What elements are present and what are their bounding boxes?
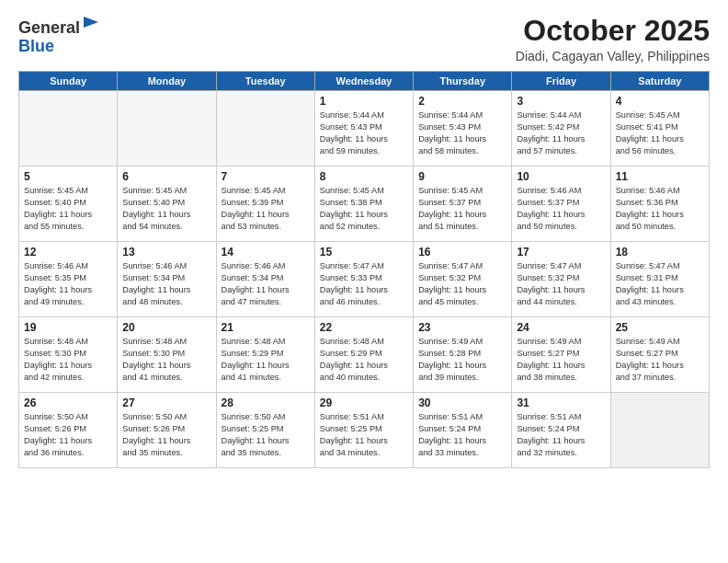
day-number: 9 (418, 170, 506, 183)
header-friday: Friday (512, 72, 610, 91)
day-number: 26 (24, 396, 112, 409)
calendar-cell: 15Sunrise: 5:47 AM Sunset: 5:33 PM Dayli… (314, 242, 413, 317)
calendar-cell: 12Sunrise: 5:46 AM Sunset: 5:35 PM Dayli… (19, 242, 118, 317)
day-info: Sunrise: 5:45 AM Sunset: 5:39 PM Dayligh… (222, 185, 310, 233)
calendar-cell: 27Sunrise: 5:50 AM Sunset: 5:26 PM Dayli… (118, 393, 216, 468)
header-tuesday: Tuesday (216, 72, 314, 91)
day-number: 24 (517, 321, 605, 334)
week-row-3: 12Sunrise: 5:46 AM Sunset: 5:35 PM Dayli… (19, 242, 710, 317)
day-info: Sunrise: 5:47 AM Sunset: 5:33 PM Dayligh… (320, 260, 408, 308)
day-info: Sunrise: 5:51 AM Sunset: 5:24 PM Dayligh… (418, 411, 506, 459)
calendar-cell: 25Sunrise: 5:49 AM Sunset: 5:27 PM Dayli… (610, 317, 709, 393)
calendar-cell: 30Sunrise: 5:51 AM Sunset: 5:24 PM Dayli… (414, 393, 512, 468)
day-info: Sunrise: 5:44 AM Sunset: 5:42 PM Dayligh… (517, 109, 605, 157)
calendar-cell: 4Sunrise: 5:45 AM Sunset: 5:41 PM Daylig… (610, 91, 709, 167)
day-info: Sunrise: 5:47 AM Sunset: 5:31 PM Dayligh… (616, 260, 704, 308)
day-info: Sunrise: 5:49 AM Sunset: 5:27 PM Dayligh… (517, 336, 605, 384)
day-info: Sunrise: 5:45 AM Sunset: 5:40 PM Dayligh… (122, 185, 210, 233)
day-info: Sunrise: 5:48 AM Sunset: 5:29 PM Dayligh… (320, 336, 408, 384)
calendar-cell (19, 91, 118, 167)
location: Diadi, Cagayan Valley, Philippines (516, 49, 710, 63)
page-container: General Blue October 2025 Diadi, Cagayan… (0, 0, 728, 477)
day-number: 8 (320, 170, 408, 183)
calendar-table: Sunday Monday Tuesday Wednesday Thursday… (18, 71, 710, 468)
day-number: 5 (24, 170, 112, 183)
day-info: Sunrise: 5:48 AM Sunset: 5:30 PM Dayligh… (122, 336, 210, 384)
calendar-cell: 22Sunrise: 5:48 AM Sunset: 5:29 PM Dayli… (314, 317, 413, 393)
header-wednesday: Wednesday (314, 72, 413, 91)
day-number: 11 (616, 170, 704, 183)
calendar-cell (118, 91, 216, 167)
day-info: Sunrise: 5:46 AM Sunset: 5:34 PM Dayligh… (222, 260, 310, 308)
day-number: 31 (517, 396, 605, 409)
day-number: 15 (320, 246, 408, 259)
svg-marker-0 (84, 17, 98, 28)
calendar-cell: 10Sunrise: 5:46 AM Sunset: 5:37 PM Dayli… (512, 167, 610, 242)
calendar-cell: 19Sunrise: 5:48 AM Sunset: 5:30 PM Dayli… (19, 317, 118, 393)
week-row-1: 1Sunrise: 5:44 AM Sunset: 5:43 PM Daylig… (19, 91, 710, 167)
header: General Blue October 2025 Diadi, Cagayan… (18, 15, 710, 63)
day-info: Sunrise: 5:50 AM Sunset: 5:26 PM Dayligh… (122, 411, 210, 459)
calendar-cell: 11Sunrise: 5:46 AM Sunset: 5:36 PM Dayli… (610, 167, 709, 242)
month-title: October 2025 (516, 15, 710, 47)
calendar-cell: 17Sunrise: 5:47 AM Sunset: 5:32 PM Dayli… (512, 242, 610, 317)
day-number: 2 (418, 95, 506, 108)
day-info: Sunrise: 5:51 AM Sunset: 5:24 PM Dayligh… (517, 411, 605, 459)
day-info: Sunrise: 5:45 AM Sunset: 5:38 PM Dayligh… (320, 185, 408, 233)
calendar-cell: 21Sunrise: 5:48 AM Sunset: 5:29 PM Dayli… (216, 317, 314, 393)
calendar-cell: 3Sunrise: 5:44 AM Sunset: 5:42 PM Daylig… (512, 91, 610, 167)
day-info: Sunrise: 5:47 AM Sunset: 5:32 PM Dayligh… (418, 260, 506, 308)
calendar-cell: 18Sunrise: 5:47 AM Sunset: 5:31 PM Dayli… (610, 242, 709, 317)
calendar-cell: 28Sunrise: 5:50 AM Sunset: 5:25 PM Dayli… (216, 393, 314, 468)
day-number: 17 (517, 246, 605, 259)
day-number: 13 (122, 246, 210, 259)
week-row-2: 5Sunrise: 5:45 AM Sunset: 5:40 PM Daylig… (19, 167, 710, 242)
day-info: Sunrise: 5:49 AM Sunset: 5:28 PM Dayligh… (418, 336, 506, 384)
calendar-cell: 13Sunrise: 5:46 AM Sunset: 5:34 PM Dayli… (118, 242, 216, 317)
day-info: Sunrise: 5:44 AM Sunset: 5:43 PM Dayligh… (320, 109, 408, 157)
calendar-cell: 14Sunrise: 5:46 AM Sunset: 5:34 PM Dayli… (216, 242, 314, 317)
calendar-cell: 8Sunrise: 5:45 AM Sunset: 5:38 PM Daylig… (314, 167, 413, 242)
calendar-cell: 2Sunrise: 5:44 AM Sunset: 5:43 PM Daylig… (414, 91, 512, 167)
day-info: Sunrise: 5:47 AM Sunset: 5:32 PM Dayligh… (517, 260, 605, 308)
calendar-cell: 9Sunrise: 5:45 AM Sunset: 5:37 PM Daylig… (414, 167, 512, 242)
day-number: 19 (24, 321, 112, 334)
day-info: Sunrise: 5:46 AM Sunset: 5:37 PM Dayligh… (517, 185, 605, 233)
day-info: Sunrise: 5:46 AM Sunset: 5:36 PM Dayligh… (616, 185, 704, 233)
day-number: 1 (320, 95, 408, 108)
logo: General Blue (18, 15, 100, 56)
logo-blue-text: Blue (18, 37, 54, 55)
day-info: Sunrise: 5:44 AM Sunset: 5:43 PM Dayligh… (418, 109, 506, 157)
day-number: 28 (222, 396, 310, 409)
day-number: 27 (122, 396, 210, 409)
calendar-cell: 6Sunrise: 5:45 AM Sunset: 5:40 PM Daylig… (118, 167, 216, 242)
calendar-cell: 1Sunrise: 5:44 AM Sunset: 5:43 PM Daylig… (314, 91, 413, 167)
calendar-cell: 24Sunrise: 5:49 AM Sunset: 5:27 PM Dayli… (512, 317, 610, 393)
calendar-cell: 5Sunrise: 5:45 AM Sunset: 5:40 PM Daylig… (19, 167, 118, 242)
day-number: 18 (616, 246, 704, 259)
week-row-4: 19Sunrise: 5:48 AM Sunset: 5:30 PM Dayli… (19, 317, 710, 393)
day-info: Sunrise: 5:48 AM Sunset: 5:30 PM Dayligh… (24, 336, 112, 384)
calendar-cell: 16Sunrise: 5:47 AM Sunset: 5:32 PM Dayli… (414, 242, 512, 317)
day-info: Sunrise: 5:45 AM Sunset: 5:41 PM Dayligh… (616, 109, 704, 157)
day-number: 25 (616, 321, 704, 334)
day-info: Sunrise: 5:46 AM Sunset: 5:34 PM Dayligh… (122, 260, 210, 308)
day-info: Sunrise: 5:50 AM Sunset: 5:26 PM Dayligh… (24, 411, 112, 459)
calendar-cell (216, 91, 314, 167)
calendar-cell: 20Sunrise: 5:48 AM Sunset: 5:30 PM Dayli… (118, 317, 216, 393)
day-number: 14 (222, 246, 310, 259)
day-number: 23 (418, 321, 506, 334)
day-number: 7 (222, 170, 310, 183)
title-block: October 2025 Diadi, Cagayan Valley, Phil… (516, 15, 710, 63)
logo-flag-icon (82, 15, 100, 33)
calendar-cell: 26Sunrise: 5:50 AM Sunset: 5:26 PM Dayli… (19, 393, 118, 468)
day-number: 12 (24, 246, 112, 259)
calendar-cell: 23Sunrise: 5:49 AM Sunset: 5:28 PM Dayli… (414, 317, 512, 393)
day-info: Sunrise: 5:45 AM Sunset: 5:37 PM Dayligh… (418, 185, 506, 233)
day-number: 20 (122, 321, 210, 334)
day-number: 29 (320, 396, 408, 409)
calendar-cell: 31Sunrise: 5:51 AM Sunset: 5:24 PM Dayli… (512, 393, 610, 468)
day-info: Sunrise: 5:49 AM Sunset: 5:27 PM Dayligh… (616, 336, 704, 384)
day-info: Sunrise: 5:50 AM Sunset: 5:25 PM Dayligh… (222, 411, 310, 459)
calendar-cell (610, 393, 709, 468)
